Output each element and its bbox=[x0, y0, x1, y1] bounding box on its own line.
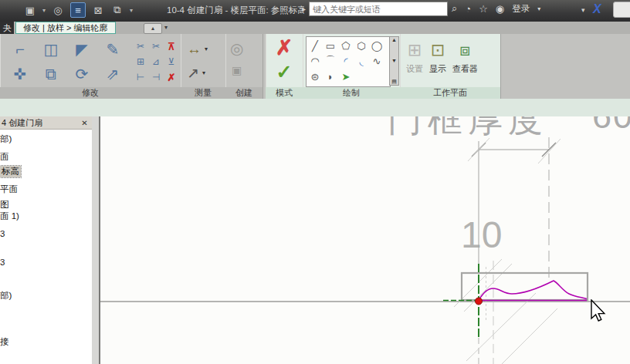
scroll-up-icon[interactable]: ▲ bbox=[391, 37, 397, 42]
profile-spline-curve[interactable] bbox=[479, 281, 587, 300]
chevron-down-icon[interactable]: ▾ bbox=[202, 69, 205, 76]
panel-workplane: ⊞ 设置 ⊡ 显示 ⧈ 查看器 工作平面 bbox=[400, 34, 501, 99]
draw-gallery-scrollbar[interactable]: ▲ ▼ ▤ bbox=[389, 36, 399, 86]
tree-item[interactable]: 平面 bbox=[0, 184, 18, 195]
title-overflow-arrow[interactable]: ▸ bbox=[302, 5, 306, 13]
tree-item[interactable]: 图 bbox=[0, 199, 9, 211]
line-tool-icon[interactable]: ╱ bbox=[307, 38, 323, 53]
panel-label-draw[interactable]: 绘制 bbox=[303, 87, 400, 99]
sign-in-person-icon[interactable]: ◉ bbox=[496, 3, 504, 15]
split-element-icon[interactable]: ✂ bbox=[133, 39, 148, 54]
viewer-label: 查看器 bbox=[452, 63, 478, 75]
window-title: 10-4 创建门扇 - 楼层平面: 参照标高 bbox=[167, 5, 304, 16]
tree-item[interactable]: 部) bbox=[0, 290, 12, 302]
inscribed-polygon-tool-icon[interactable]: ⬠ bbox=[338, 38, 354, 53]
delete-icon[interactable]: ✗ bbox=[164, 69, 179, 85]
array-icon[interactable]: ⊞ bbox=[133, 54, 148, 69]
aligned-dimension-icon[interactable]: ↗ bbox=[187, 64, 199, 82]
tangent-arc-tool-icon[interactable]: ◜ bbox=[338, 53, 354, 69]
start-end-radius-arc-tool-icon[interactable]: ◠ bbox=[307, 53, 323, 69]
rotate-icon[interactable]: ⟳ bbox=[66, 62, 97, 86]
tree-item[interactable]: 部) bbox=[0, 133, 12, 145]
panel-label-modify[interactable]: 修改 bbox=[0, 87, 181, 99]
sketch-endpoint-dot[interactable] bbox=[476, 298, 483, 305]
gallery-expand-icon[interactable]: ▤ bbox=[391, 79, 397, 85]
panel-title[interactable]: 4 创建门扇 bbox=[0, 116, 92, 130]
trim-extend-corner-icon[interactable]: ◤ bbox=[66, 37, 97, 62]
panel-label-mode[interactable]: 模式 bbox=[266, 87, 303, 99]
close-hidden-windows-icon[interactable]: ⊠ bbox=[91, 3, 105, 17]
tab-addins-fragment[interactable]: 夬 bbox=[0, 22, 14, 34]
trim-extend-edit-icon[interactable]: ✎ bbox=[97, 37, 128, 62]
cut-geometry-icon[interactable]: ◫ bbox=[36, 37, 66, 62]
panel-label-measure[interactable]: 测量 bbox=[181, 87, 225, 99]
tab-modify-sweep-edit-profile[interactable]: 修改 | 放样 > 编辑轮廓 bbox=[15, 22, 116, 34]
chevron-down-icon[interactable]: ▾ bbox=[581, 6, 585, 14]
circle-tool-icon[interactable]: ◯ bbox=[369, 38, 384, 53]
tree-item-selected[interactable]: 标高 bbox=[0, 166, 21, 177]
create-group-icon[interactable]: ◎ bbox=[230, 37, 243, 60]
tree-item[interactable]: 面 bbox=[0, 151, 9, 163]
help-icon[interactable] bbox=[613, 2, 630, 18]
sign-in-button[interactable]: 登录 bbox=[512, 3, 530, 15]
create-similar-icon[interactable]: ▣ bbox=[230, 60, 243, 80]
default-3d-view-icon[interactable]: ▣ bbox=[23, 3, 37, 17]
align-left-icon[interactable]: ⊢ bbox=[133, 69, 148, 85]
drawing-canvas[interactable]: 门框厚度 60 10 bbox=[100, 116, 630, 364]
split-with-gap-icon[interactable]: ✂ bbox=[148, 39, 164, 54]
show-workplane-button[interactable]: ⊡ 显示 bbox=[429, 37, 446, 75]
panel-label-create[interactable]: 创建 bbox=[225, 87, 262, 99]
scroll-down-icon[interactable]: ▼ bbox=[391, 58, 397, 63]
center-ends-arc-tool-icon[interactable]: ⌒ bbox=[323, 53, 338, 69]
fillet-arc-tool-icon[interactable]: ◟ bbox=[354, 53, 369, 69]
tree-item[interactable]: 3 bbox=[0, 229, 5, 238]
cancel-edit-mode-button[interactable]: ✗ bbox=[266, 35, 303, 60]
partial-ellipse-tool-icon[interactable]: ◗ bbox=[323, 69, 338, 84]
panel-draw: ╱ ▭ ⬠ ⬡ ◯ ◠ ⌒ ◜ ◟ ∿ ⊜ ◗ ➤ ▲ ▼ ▤ 绘制 bbox=[303, 34, 401, 99]
offset-icon[interactable]: ⇗ bbox=[97, 62, 128, 86]
panel-modify: ⌐ ◫ ◤ ✎ ✜ ⧉ ⟳ ⇗ ✂ ✂ ⊼ ⊞ ⊿ ⊻ ⊢ ⊣ ✗ 修改 bbox=[0, 34, 181, 99]
section-icon[interactable]: ◎ bbox=[51, 3, 65, 17]
move-icon[interactable]: ✜ bbox=[5, 62, 36, 86]
rectangle-tool-icon[interactable]: ▭ bbox=[323, 38, 338, 53]
pin-icon[interactable]: ⊻ bbox=[164, 54, 179, 69]
hatch-diagonal bbox=[464, 264, 512, 312]
sketch-linework bbox=[100, 116, 630, 364]
viewer-button[interactable]: ⧈ 查看器 bbox=[452, 37, 478, 75]
infocenter-search-input[interactable] bbox=[309, 2, 448, 16]
hatch-diagonal bbox=[502, 308, 557, 364]
chevron-down-icon[interactable]: ▾ bbox=[130, 7, 133, 14]
spline-tool-icon[interactable]: ∿ bbox=[369, 53, 384, 69]
panel-splitter[interactable] bbox=[92, 116, 100, 364]
ribbon-collapse-caret[interactable]: ▾ bbox=[164, 24, 168, 31]
ellipse-tool-icon[interactable]: ⊜ bbox=[307, 69, 323, 84]
exchange-apps-icon[interactable]: X bbox=[593, 2, 601, 16]
unpin-icon[interactable]: ⊼ bbox=[164, 39, 179, 54]
profile-boundary-box[interactable] bbox=[462, 273, 588, 300]
chevron-down-icon[interactable]: ▾ bbox=[42, 7, 46, 14]
thin-lines-icon[interactable]: ≡ bbox=[70, 2, 86, 18]
align-right-icon[interactable]: ⊣ bbox=[148, 69, 164, 85]
chevron-down-icon[interactable]: ▾ bbox=[205, 46, 208, 52]
quick-access-toolbar: ▣ ▾ ◎ ≡ ⊠ ⧉ ▾ bbox=[23, 2, 133, 18]
measure-icon[interactable]: ↔ bbox=[187, 41, 202, 58]
ribbon: ⌐ ◫ ◤ ✎ ✜ ⧉ ⟳ ⇗ ✂ ✂ ⊼ ⊞ ⊿ ⊻ ⊢ ⊣ ✗ 修改 bbox=[0, 34, 630, 99]
search-icon[interactable]: ⌕ bbox=[452, 2, 457, 15]
panel-label-workplane[interactable]: 工作平面 bbox=[400, 87, 500, 99]
ribbon-collapse-button[interactable]: ▴ bbox=[144, 23, 162, 34]
cope-icon[interactable]: ⌐ bbox=[5, 37, 36, 62]
copy-icon[interactable]: ⧉ bbox=[36, 62, 66, 86]
close-icon[interactable]: ✕ bbox=[80, 118, 90, 128]
scale-icon[interactable]: ⊿ bbox=[148, 54, 164, 69]
communication-center-icon[interactable]: ◔ bbox=[465, 3, 471, 15]
circumscribed-polygon-tool-icon[interactable]: ⬡ bbox=[354, 38, 369, 53]
switch-windows-icon[interactable]: ⧉ bbox=[110, 3, 124, 17]
infocenter-icons: ⌕ ◔ ☆ ◉ 登录 ▾ bbox=[452, 2, 540, 15]
finish-edit-mode-button[interactable]: ✓ bbox=[266, 60, 303, 83]
chevron-down-icon[interactable]: ▾ bbox=[537, 5, 540, 12]
favorites-star-icon[interactable]: ☆ bbox=[479, 3, 488, 15]
tree-item[interactable]: 接 bbox=[0, 336, 9, 348]
pick-lines-tool-icon[interactable]: ➤ bbox=[338, 69, 354, 84]
tree-item[interactable]: 面 1) bbox=[0, 211, 19, 222]
tree-item[interactable]: 3 bbox=[0, 258, 5, 267]
